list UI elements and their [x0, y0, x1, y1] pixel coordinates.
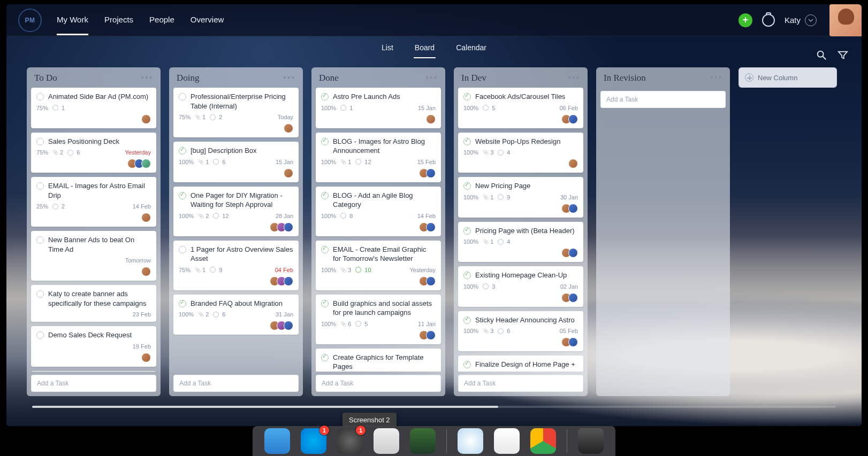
complete-toggle-icon[interactable] — [36, 290, 44, 298]
card[interactable]: Branded FAQ about Migration100%2631 Jan — [173, 295, 299, 335]
complete-toggle-icon[interactable] — [36, 236, 44, 244]
view-tab-calendar[interactable]: Calendar — [455, 38, 488, 58]
nav-my-work[interactable]: My Work — [57, 5, 88, 35]
assignee-avatar[interactable] — [568, 159, 578, 168]
complete-toggle-icon[interactable] — [321, 138, 329, 145]
column-menu-icon[interactable]: ••• — [283, 73, 295, 83]
nav-overview[interactable]: Overview — [191, 5, 224, 35]
complete-toggle-icon[interactable] — [321, 192, 329, 199]
card[interactable]: Existing Homepage Clean-Up100%302 Jan — [458, 266, 583, 307]
card[interactable]: BLOG - Add an Agile Blog Category100%814… — [316, 187, 441, 236]
dock-screenshot-icon[interactable] — [374, 428, 399, 454]
complete-toggle-icon[interactable] — [179, 147, 186, 154]
nav-people[interactable]: People — [149, 5, 174, 35]
column-menu-icon[interactable]: ••• — [141, 73, 153, 83]
dock-skype-icon[interactable]: 1 — [301, 428, 326, 454]
assignee-avatar[interactable] — [284, 168, 293, 178]
card[interactable]: Website Pop-Ups Redesign100%34 — [458, 133, 583, 173]
assignee-avatar[interactable] — [426, 330, 436, 340]
complete-toggle-icon[interactable] — [321, 93, 329, 101]
assignee-avatar[interactable] — [568, 293, 578, 303]
add-task-input[interactable]: Add a Task — [316, 375, 441, 392]
view-tab-list[interactable]: List — [380, 38, 394, 58]
card[interactable]: Animated Side Bar Ad (PM.com)75%1 — [31, 88, 156, 128]
complete-toggle-icon[interactable] — [321, 300, 329, 307]
complete-toggle-icon[interactable] — [463, 227, 471, 235]
assignee-avatar[interactable] — [426, 114, 436, 124]
column-menu-icon[interactable]: ••• — [425, 73, 438, 83]
add-task-input[interactable]: Add a Task — [173, 375, 299, 392]
search-icon[interactable] — [816, 49, 827, 61]
user-menu[interactable]: Katy — [785, 14, 817, 26]
card[interactable]: 1 Pager for Astro Overview Sales Asset75… — [173, 241, 299, 290]
complete-toggle-icon[interactable] — [179, 300, 186, 307]
complete-toggle-icon[interactable] — [179, 246, 186, 253]
assignee-avatar[interactable] — [568, 114, 578, 124]
card[interactable]: Build graphics and social assets for pre… — [316, 295, 441, 344]
complete-toggle-icon[interactable] — [36, 331, 44, 339]
card[interactable]: Demo Sales Deck Request19 Feb — [31, 326, 156, 367]
add-button[interactable]: + — [738, 13, 752, 27]
dock-trash-icon[interactable] — [578, 428, 604, 454]
card[interactable]: [bug] Description Box100%1615 Jan — [173, 142, 299, 182]
assignee-avatar[interactable] — [284, 123, 293, 133]
complete-toggle-icon[interactable] — [321, 354, 329, 361]
avatar[interactable] — [829, 4, 862, 36]
card[interactable]: New Banner Ads to beat On Time AdTomorro… — [31, 231, 156, 281]
complete-toggle-icon[interactable] — [36, 182, 44, 190]
timer-icon[interactable] — [762, 14, 775, 27]
assignee-avatar[interactable] — [141, 267, 151, 276]
add-task-input[interactable]: Add a Task — [31, 375, 156, 392]
assignee-avatar[interactable] — [141, 114, 151, 124]
add-task-input[interactable]: Add a Task — [458, 375, 583, 392]
card[interactable]: EMAIL - Create Email Graphic for Tomorro… — [316, 241, 441, 290]
complete-toggle-icon[interactable] — [463, 93, 471, 101]
complete-toggle-icon[interactable] — [179, 93, 186, 101]
view-tab-board[interactable]: Board — [414, 38, 436, 58]
complete-toggle-icon[interactable] — [36, 138, 44, 145]
dock-chrome-icon[interactable] — [530, 428, 556, 454]
assignee-avatar[interactable] — [284, 321, 293, 330]
assignee-avatar[interactable] — [141, 353, 151, 362]
assignee-avatar[interactable] — [426, 276, 436, 286]
dock-safari-icon[interactable] — [458, 428, 483, 454]
complete-toggle-icon[interactable] — [36, 93, 44, 101]
card[interactable]: Sales Positioning Deck75%26Yesterday — [31, 133, 156, 173]
complete-toggle-icon[interactable] — [463, 272, 471, 279]
card[interactable]: Create new banner (remarketing size) ads… — [31, 371, 156, 372]
assignee-avatar[interactable] — [426, 222, 436, 232]
card[interactable]: Professional/Enterprise Pricing Table (I… — [173, 88, 299, 137]
card[interactable]: New Pricing Page100%1930 Jan — [458, 177, 583, 218]
dock-settings-icon[interactable]: 1 — [337, 428, 363, 454]
add-task-input[interactable]: Add a Task — [600, 91, 726, 108]
assignee-avatar[interactable] — [426, 168, 436, 178]
horizontal-scrollbar[interactable] — [32, 406, 836, 408]
complete-toggle-icon[interactable] — [463, 182, 471, 190]
column-menu-icon[interactable]: ••• — [710, 73, 722, 83]
complete-toggle-icon[interactable] — [321, 246, 329, 253]
assignee-avatar[interactable] — [568, 248, 578, 258]
assignee-avatar[interactable] — [568, 337, 578, 347]
complete-toggle-icon[interactable] — [179, 192, 186, 199]
filter-icon[interactable] — [837, 49, 849, 61]
app-logo[interactable]: PM — [18, 9, 42, 32]
card[interactable]: Astro Pre Launch Ads100%115 Jan — [316, 88, 441, 128]
card[interactable]: Facebook Ads/Carousel Tiles100%506 Feb — [458, 88, 583, 128]
dock-finder-icon[interactable] — [264, 428, 290, 454]
card[interactable]: Sticky Header Announcing Astro100%3605 F… — [458, 311, 583, 352]
card[interactable]: Create Graphics for Template Pages100%12… — [316, 349, 441, 372]
complete-toggle-icon[interactable] — [463, 316, 471, 324]
dock-mail-icon[interactable] — [494, 428, 520, 454]
assignee-avatar[interactable] — [284, 222, 293, 232]
new-column-button[interactable]: New Column — [738, 67, 837, 88]
assignee-avatar[interactable] — [141, 213, 151, 222]
complete-toggle-icon[interactable] — [463, 138, 471, 145]
assignee-avatar[interactable] — [284, 276, 293, 286]
card[interactable]: Pricing Page with (Beta Header)100%14 — [458, 222, 583, 262]
assignee-avatar[interactable] — [141, 159, 151, 168]
column-menu-icon[interactable]: ••• — [568, 73, 580, 83]
card[interactable]: EMAIL - Images for Astro Email Drip25%21… — [31, 177, 156, 227]
card[interactable]: Finalize Design of Home Page + all Featu… — [458, 355, 583, 372]
card[interactable]: Katy to create banner ads specifically f… — [31, 285, 156, 322]
assignee-avatar[interactable] — [568, 204, 578, 213]
